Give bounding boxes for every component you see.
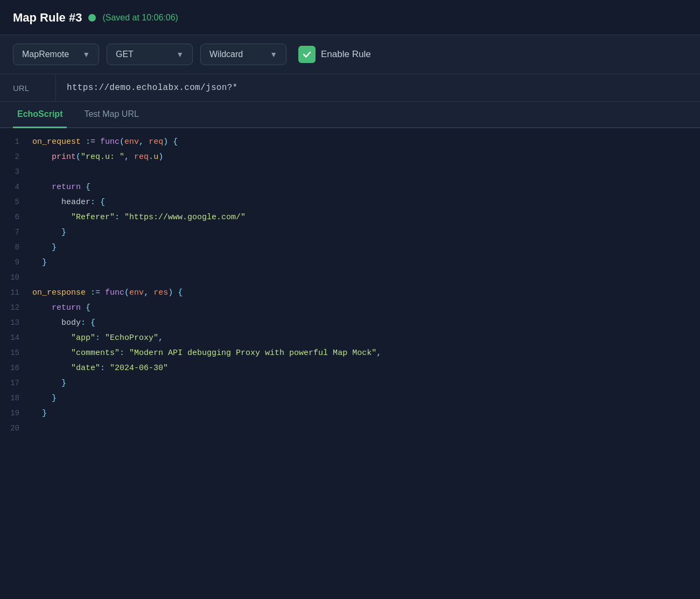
table-row: 13 body: {: [0, 318, 700, 333]
status-dot: [88, 14, 96, 22]
table-row: 18 }: [0, 393, 700, 408]
enable-rule-label: Enable Rule: [321, 49, 371, 60]
method-dropdown-value: GET: [116, 50, 134, 59]
table-row: 15 "comments": "Modern API debugging Pro…: [0, 348, 700, 363]
match-dropdown-value: Wildcard: [209, 50, 243, 59]
table-row: 17 }: [0, 378, 700, 393]
table-row: 10: [0, 273, 700, 288]
status-text: (Saved at 10:06:06): [102, 13, 178, 23]
table-row: 8 }: [0, 242, 700, 257]
method-dropdown[interactable]: GET ▼: [107, 44, 193, 65]
chevron-down-icon: ▼: [82, 50, 90, 59]
chevron-down-icon: ▼: [176, 50, 184, 59]
table-row: 9 }: [0, 257, 700, 273]
table-row: 16 "date": "2024-06-30": [0, 363, 700, 378]
tab-test-map-url[interactable]: Test Map URL: [80, 102, 143, 128]
match-dropdown[interactable]: Wildcard ▼: [200, 44, 286, 65]
toolbar: MapRemote ▼ GET ▼ Wildcard ▼ Enable Rule: [0, 35, 700, 74]
table-row: 5 header: {: [0, 197, 700, 212]
table-row: 12 return {: [0, 303, 700, 318]
url-value: https://demo.echolabx.com/json?*: [56, 74, 249, 101]
code-editor[interactable]: 1 on_request := func(env, req) { 2 print…: [0, 128, 700, 505]
table-row: 20: [0, 423, 700, 438]
page-title: Map Rule #3: [13, 11, 82, 25]
url-label: URL: [13, 75, 56, 101]
table-row: 7 }: [0, 227, 700, 242]
table-row: 14 "app": "EchoProxy",: [0, 333, 700, 348]
url-bar: URL https://demo.echolabx.com/json?*: [0, 74, 700, 102]
header: Map Rule #3 (Saved at 10:06:06): [0, 0, 700, 35]
table-row: 6 "Referer": "https://www.google.com/": [0, 212, 700, 227]
table-row: 11 on_response := func(env, res) {: [0, 288, 700, 303]
enable-rule-checkbox[interactable]: [298, 46, 316, 63]
type-dropdown-value: MapRemote: [22, 50, 69, 59]
tabs: EchoScript Test Map URL: [0, 102, 700, 128]
table-row: 4 return {: [0, 182, 700, 197]
table-row: 3: [0, 167, 700, 182]
enable-rule-toggle[interactable]: Enable Rule: [298, 46, 371, 63]
table-row: 2 print("req.u: ", req.u): [0, 152, 700, 167]
chevron-down-icon: ▼: [270, 50, 277, 59]
tab-echoscript[interactable]: EchoScript: [13, 102, 67, 128]
type-dropdown[interactable]: MapRemote ▼: [13, 44, 99, 65]
table-row: 1 on_request := func(env, req) {: [0, 137, 700, 152]
table-row: 19 }: [0, 408, 700, 423]
